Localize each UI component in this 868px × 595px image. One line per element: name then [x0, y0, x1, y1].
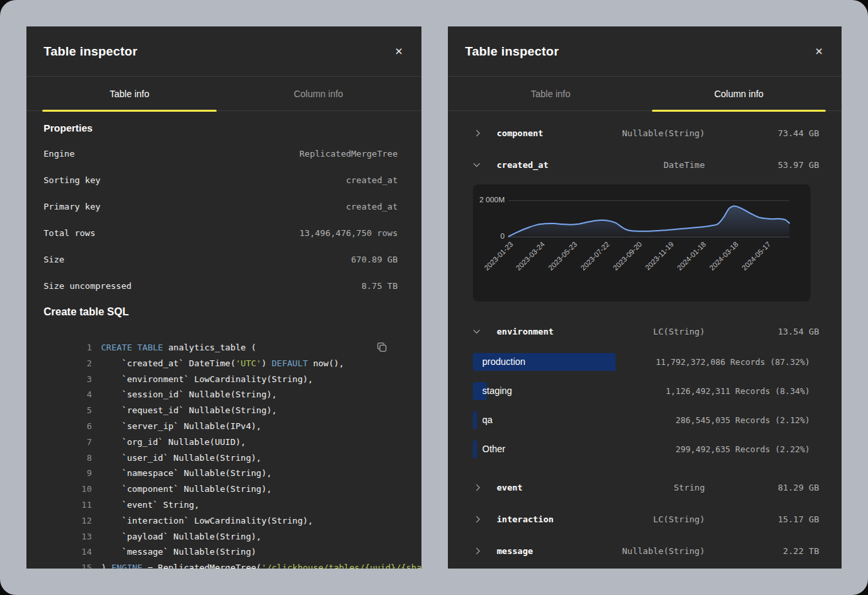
sql-code-line: 4 `session_id` Nullable(String),: [44, 387, 398, 403]
column-size: 15.17 GB: [778, 514, 819, 524]
code-text: `message` Nullable(String): [101, 544, 256, 560]
line-number: 2: [44, 356, 92, 372]
x-axis-tick-label: 2023-01-23: [482, 240, 514, 272]
code-text: `created_at` DateTime('UTC') DEFAULT now…: [101, 356, 344, 372]
property-label: Primary key: [44, 202, 100, 212]
property-value: 8.75 TB: [361, 281, 398, 291]
dialog-header: Table inspector ✕: [26, 26, 421, 77]
column-name: interaction: [497, 514, 554, 524]
value-frequency-bar: [473, 440, 477, 458]
column-row-component[interactable]: component Nullable(String) 73.44 GB: [448, 117, 842, 149]
property-label: Total rows: [44, 228, 95, 238]
code-text: `server_ip` Nullable(IPv4),: [101, 418, 262, 434]
x-axis-tick-label: 2023-09-20: [611, 240, 643, 272]
property-label: Sorting key: [44, 175, 100, 185]
column-size: 73.44 GB: [778, 128, 819, 138]
value-label: qa: [482, 415, 493, 425]
value-records: 286,545,035 Records (2.12%): [676, 415, 810, 425]
table-info-content: Properties Engine ReplicatedMergeTree So…: [26, 122, 421, 569]
chevron-right-icon: [474, 517, 497, 522]
line-number: 10: [44, 481, 92, 497]
copy-icon[interactable]: [375, 341, 388, 354]
line-number: 11: [44, 497, 92, 513]
column-name: component: [497, 128, 543, 138]
column-row-interaction[interactable]: interaction LC(String) 15.17 GB: [448, 503, 842, 535]
chevron-down-icon: [474, 163, 497, 166]
sql-lines: 1CREATE TABLE analytics_table (2 `create…: [44, 340, 398, 569]
column-size: 81.29 GB: [778, 483, 819, 493]
code-text: `user_id` Nullable(String),: [101, 450, 262, 466]
code-text: CREATE TABLE analytics_table (: [101, 340, 256, 356]
tab-column-info[interactable]: Column info: [652, 77, 826, 110]
env-value-row-production: production 11,792,372,086 Records (87.32…: [473, 347, 810, 376]
value-frequency-bar: [473, 411, 477, 429]
close-icon[interactable]: ✕: [814, 46, 823, 56]
dialog-header: Table inspector ✕: [448, 26, 842, 77]
x-axis-tick-label: 2023-03-24: [515, 240, 546, 272]
column-name: created_at: [497, 160, 548, 170]
code-text: `session_id` Nullable(String),: [101, 387, 277, 403]
column-name: message: [497, 546, 533, 556]
tab-table-info[interactable]: Table info: [464, 77, 637, 110]
code-text: ) ENGINE = ReplicatedMergeTree('/clickho…: [101, 560, 421, 569]
line-number: 7: [44, 434, 92, 450]
column-type: Nullable(String): [622, 128, 705, 138]
code-text: `org_id` Nullable(UUID),: [101, 434, 246, 450]
sql-code-line: 12 `interaction` LowCardinality(String),: [44, 513, 398, 529]
properties-heading: Properties: [44, 122, 398, 135]
sql-code-line: 9 `namespace` Nullable(String),: [44, 465, 398, 481]
line-number: 9: [44, 465, 92, 481]
column-size: 2.22 TB: [783, 546, 819, 556]
sql-code-line: 2 `created_at` DateTime('UTC') DEFAULT n…: [44, 356, 398, 372]
environment-value-list: production 11,792,372,086 Records (87.32…: [473, 347, 810, 463]
tab-table-info[interactable]: Table info: [42, 77, 217, 110]
column-type: DateTime: [663, 160, 705, 170]
column-type: LC(String): [653, 327, 705, 337]
code-text: `interaction` LowCardinality(String),: [101, 513, 313, 529]
line-number: 12: [44, 513, 92, 529]
chevron-right-icon: [474, 485, 497, 490]
x-axis-line: [509, 237, 789, 237]
column-type: Nullable(String): [622, 546, 705, 556]
line-number: 6: [44, 418, 92, 434]
column-row-created-at[interactable]: created_at DateTime 53.97 GB: [448, 149, 842, 180]
sql-code-line: 10 `component` Nullable(String),: [44, 481, 398, 497]
value-label: Other: [482, 444, 505, 454]
property-value: ReplicatedMergeTree: [299, 149, 398, 159]
line-number: 4: [44, 387, 92, 403]
code-text: `event` String,: [101, 497, 199, 513]
line-number: 5: [44, 403, 92, 418]
sql-code-block: 1CREATE TABLE analytics_table (2 `create…: [44, 340, 398, 569]
column-size: 53.97 GB: [778, 160, 819, 170]
line-number: 8: [44, 450, 92, 466]
sql-code-line: 14 `message` Nullable(String): [44, 544, 398, 560]
y-axis-tick-zero: 0: [473, 232, 505, 240]
create-table-sql-heading: Create table SQL: [44, 305, 398, 319]
line-number: 15: [44, 560, 92, 569]
dialog-title: Table inspector: [44, 44, 137, 59]
property-label: Engine: [44, 149, 75, 159]
line-number: 1: [44, 340, 92, 356]
chevron-right-icon: [474, 549, 497, 553]
column-name: event: [497, 483, 523, 493]
column-row-message[interactable]: message Nullable(String) 2.22 TB: [448, 535, 842, 567]
env-value-row-staging: staging 1,126,492,311 Records (8.34%): [473, 376, 810, 405]
value-label: staging: [482, 385, 512, 396]
column-type: LC(String): [653, 514, 705, 524]
close-icon[interactable]: ✕: [394, 46, 403, 56]
column-row-event[interactable]: event String 81.29 GB: [448, 471, 842, 503]
property-label: Size: [44, 255, 64, 264]
line-number: 14: [44, 544, 92, 560]
column-name: environment: [497, 327, 554, 337]
x-axis-tick-label: 2023-05-23: [547, 240, 579, 272]
property-row: Total rows 13,496,476,750 rows: [44, 219, 398, 246]
tab-column-info[interactable]: Column info: [231, 77, 406, 110]
sql-code-line: 7 `org_id` Nullable(UUID),: [44, 434, 398, 450]
column-row-environment[interactable]: environment LC(String) 13.54 GB: [448, 315, 842, 347]
chevron-down-icon: [474, 330, 497, 333]
line-number: 3: [44, 372, 92, 387]
code-text: `namespace` Nullable(String),: [101, 465, 271, 481]
column-type: String: [674, 483, 705, 493]
property-row: Engine ReplicatedMergeTree: [44, 140, 398, 167]
tab-bar: Table info Column info: [448, 77, 842, 111]
